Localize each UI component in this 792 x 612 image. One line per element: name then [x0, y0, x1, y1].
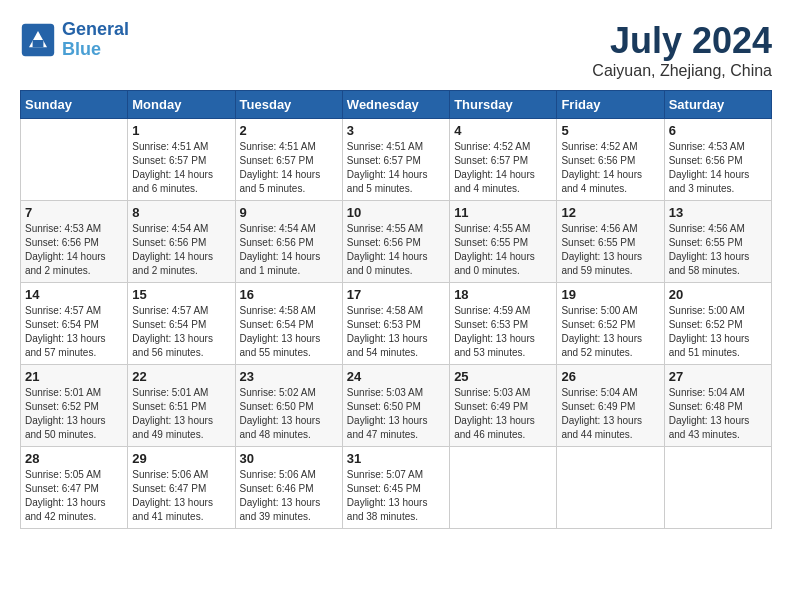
- cell-info: Sunrise: 4:53 AM Sunset: 6:56 PM Dayligh…: [669, 140, 767, 196]
- daylight: Daylight: 13 hours and 53 minutes.: [454, 333, 535, 358]
- daylight: Daylight: 14 hours and 4 minutes.: [561, 169, 642, 194]
- cell-info: Sunrise: 5:06 AM Sunset: 6:47 PM Dayligh…: [132, 468, 230, 524]
- calendar-cell: 14 Sunrise: 4:57 AM Sunset: 6:54 PM Dayl…: [21, 283, 128, 365]
- sunset: Sunset: 6:56 PM: [347, 237, 421, 248]
- calendar-cell: 25 Sunrise: 5:03 AM Sunset: 6:49 PM Dayl…: [450, 365, 557, 447]
- logo-line1: General: [62, 19, 129, 39]
- calendar-cell: 27 Sunrise: 5:04 AM Sunset: 6:48 PM Dayl…: [664, 365, 771, 447]
- sunset: Sunset: 6:57 PM: [454, 155, 528, 166]
- sunrise: Sunrise: 4:52 AM: [561, 141, 637, 152]
- calendar-cell: 11 Sunrise: 4:55 AM Sunset: 6:55 PM Dayl…: [450, 201, 557, 283]
- cell-info: Sunrise: 4:57 AM Sunset: 6:54 PM Dayligh…: [25, 304, 123, 360]
- sunset: Sunset: 6:47 PM: [132, 483, 206, 494]
- sunrise: Sunrise: 4:57 AM: [25, 305, 101, 316]
- sunrise: Sunrise: 4:58 AM: [240, 305, 316, 316]
- day-number: 4: [454, 123, 552, 138]
- daylight: Daylight: 13 hours and 54 minutes.: [347, 333, 428, 358]
- calendar-cell: 9 Sunrise: 4:54 AM Sunset: 6:56 PM Dayli…: [235, 201, 342, 283]
- sunrise: Sunrise: 4:55 AM: [347, 223, 423, 234]
- calendar-cell: 5 Sunrise: 4:52 AM Sunset: 6:56 PM Dayli…: [557, 119, 664, 201]
- daylight: Daylight: 13 hours and 55 minutes.: [240, 333, 321, 358]
- sunrise: Sunrise: 4:54 AM: [132, 223, 208, 234]
- sunrise: Sunrise: 5:04 AM: [669, 387, 745, 398]
- calendar-cell: 15 Sunrise: 4:57 AM Sunset: 6:54 PM Dayl…: [128, 283, 235, 365]
- calendar-table: SundayMondayTuesdayWednesdayThursdayFrid…: [20, 90, 772, 529]
- daylight: Daylight: 13 hours and 47 minutes.: [347, 415, 428, 440]
- daylight: Daylight: 13 hours and 50 minutes.: [25, 415, 106, 440]
- daylight: Daylight: 14 hours and 5 minutes.: [347, 169, 428, 194]
- daylight: Daylight: 13 hours and 51 minutes.: [669, 333, 750, 358]
- sunset: Sunset: 6:51 PM: [132, 401, 206, 412]
- week-row-3: 14 Sunrise: 4:57 AM Sunset: 6:54 PM Dayl…: [21, 283, 772, 365]
- weekday-header-wednesday: Wednesday: [342, 91, 449, 119]
- logo-icon: [20, 22, 56, 58]
- calendar-cell: 7 Sunrise: 4:53 AM Sunset: 6:56 PM Dayli…: [21, 201, 128, 283]
- day-number: 2: [240, 123, 338, 138]
- weekday-header-sunday: Sunday: [21, 91, 128, 119]
- daylight: Daylight: 14 hours and 5 minutes.: [240, 169, 321, 194]
- sunset: Sunset: 6:49 PM: [454, 401, 528, 412]
- day-number: 25: [454, 369, 552, 384]
- daylight: Daylight: 14 hours and 0 minutes.: [454, 251, 535, 276]
- calendar-cell: 6 Sunrise: 4:53 AM Sunset: 6:56 PM Dayli…: [664, 119, 771, 201]
- calendar-cell: 21 Sunrise: 5:01 AM Sunset: 6:52 PM Dayl…: [21, 365, 128, 447]
- sunset: Sunset: 6:46 PM: [240, 483, 314, 494]
- cell-info: Sunrise: 5:07 AM Sunset: 6:45 PM Dayligh…: [347, 468, 445, 524]
- calendar-cell: 3 Sunrise: 4:51 AM Sunset: 6:57 PM Dayli…: [342, 119, 449, 201]
- logo: General Blue: [20, 20, 129, 60]
- svg-rect-2: [33, 40, 44, 47]
- day-number: 7: [25, 205, 123, 220]
- location: Caiyuan, Zhejiang, China: [592, 62, 772, 80]
- day-number: 27: [669, 369, 767, 384]
- day-number: 16: [240, 287, 338, 302]
- sunset: Sunset: 6:54 PM: [240, 319, 314, 330]
- sunrise: Sunrise: 5:01 AM: [25, 387, 101, 398]
- day-number: 22: [132, 369, 230, 384]
- sunset: Sunset: 6:45 PM: [347, 483, 421, 494]
- cell-info: Sunrise: 4:52 AM Sunset: 6:56 PM Dayligh…: [561, 140, 659, 196]
- cell-info: Sunrise: 5:06 AM Sunset: 6:46 PM Dayligh…: [240, 468, 338, 524]
- sunset: Sunset: 6:57 PM: [132, 155, 206, 166]
- daylight: Daylight: 13 hours and 42 minutes.: [25, 497, 106, 522]
- sunset: Sunset: 6:55 PM: [669, 237, 743, 248]
- week-row-2: 7 Sunrise: 4:53 AM Sunset: 6:56 PM Dayli…: [21, 201, 772, 283]
- calendar-cell: 17 Sunrise: 4:58 AM Sunset: 6:53 PM Dayl…: [342, 283, 449, 365]
- calendar-cell: [21, 119, 128, 201]
- daylight: Daylight: 13 hours and 48 minutes.: [240, 415, 321, 440]
- weekday-header-row: SundayMondayTuesdayWednesdayThursdayFrid…: [21, 91, 772, 119]
- cell-info: Sunrise: 4:56 AM Sunset: 6:55 PM Dayligh…: [669, 222, 767, 278]
- day-number: 24: [347, 369, 445, 384]
- cell-info: Sunrise: 5:01 AM Sunset: 6:51 PM Dayligh…: [132, 386, 230, 442]
- sunrise: Sunrise: 4:55 AM: [454, 223, 530, 234]
- calendar-cell: 16 Sunrise: 4:58 AM Sunset: 6:54 PM Dayl…: [235, 283, 342, 365]
- cell-info: Sunrise: 4:51 AM Sunset: 6:57 PM Dayligh…: [132, 140, 230, 196]
- sunrise: Sunrise: 5:05 AM: [25, 469, 101, 480]
- logo-line2: Blue: [62, 39, 101, 59]
- day-number: 1: [132, 123, 230, 138]
- cell-info: Sunrise: 4:53 AM Sunset: 6:56 PM Dayligh…: [25, 222, 123, 278]
- daylight: Daylight: 14 hours and 2 minutes.: [132, 251, 213, 276]
- sunrise: Sunrise: 5:00 AM: [561, 305, 637, 316]
- sunset: Sunset: 6:56 PM: [240, 237, 314, 248]
- day-number: 10: [347, 205, 445, 220]
- sunrise: Sunrise: 4:51 AM: [347, 141, 423, 152]
- daylight: Daylight: 14 hours and 2 minutes.: [25, 251, 106, 276]
- sunrise: Sunrise: 4:56 AM: [561, 223, 637, 234]
- cell-info: Sunrise: 5:04 AM Sunset: 6:49 PM Dayligh…: [561, 386, 659, 442]
- daylight: Daylight: 13 hours and 59 minutes.: [561, 251, 642, 276]
- calendar-cell: 22 Sunrise: 5:01 AM Sunset: 6:51 PM Dayl…: [128, 365, 235, 447]
- day-number: 18: [454, 287, 552, 302]
- sunset: Sunset: 6:53 PM: [347, 319, 421, 330]
- sunset: Sunset: 6:55 PM: [561, 237, 635, 248]
- daylight: Daylight: 13 hours and 56 minutes.: [132, 333, 213, 358]
- sunset: Sunset: 6:56 PM: [669, 155, 743, 166]
- daylight: Daylight: 14 hours and 0 minutes.: [347, 251, 428, 276]
- sunrise: Sunrise: 5:02 AM: [240, 387, 316, 398]
- calendar-cell: 31 Sunrise: 5:07 AM Sunset: 6:45 PM Dayl…: [342, 447, 449, 529]
- sunrise: Sunrise: 4:53 AM: [25, 223, 101, 234]
- day-number: 11: [454, 205, 552, 220]
- weekday-header-tuesday: Tuesday: [235, 91, 342, 119]
- calendar-cell: 23 Sunrise: 5:02 AM Sunset: 6:50 PM Dayl…: [235, 365, 342, 447]
- sunset: Sunset: 6:56 PM: [25, 237, 99, 248]
- sunrise: Sunrise: 4:51 AM: [240, 141, 316, 152]
